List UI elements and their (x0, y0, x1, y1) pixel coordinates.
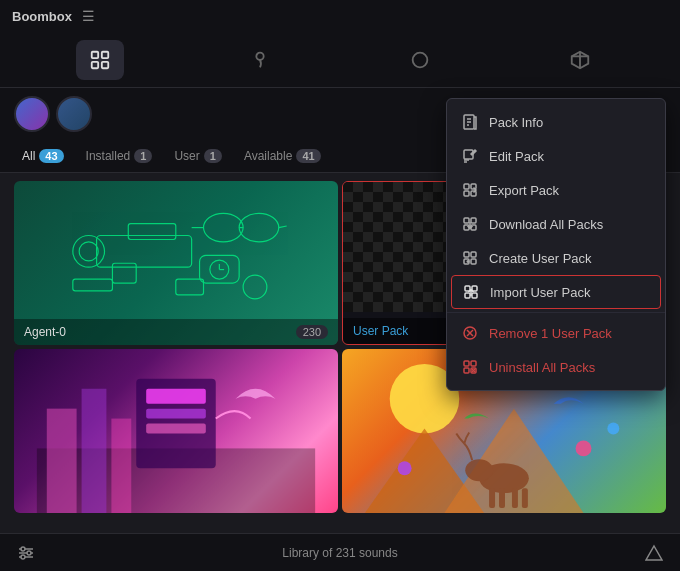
tab-available-badge: 41 (296, 149, 320, 163)
svg-rect-38 (522, 488, 528, 508)
menu-item-import-user-pack[interactable]: Import User Pack (451, 275, 661, 309)
tab-user[interactable]: User 1 (166, 146, 229, 166)
download-icon (461, 215, 479, 233)
svg-rect-37 (512, 488, 518, 508)
menu-divider (447, 312, 665, 313)
menu-item-pack-info-label: Pack Info (489, 115, 543, 130)
tab-user-label: User (174, 149, 199, 163)
alert-icon[interactable] (642, 541, 666, 565)
menu-icon[interactable]: ☰ (82, 8, 95, 24)
svg-rect-20 (176, 279, 204, 295)
menu-item-edit-pack-label: Edit Pack (489, 149, 544, 164)
menu-item-remove-user-pack[interactable]: Remove 1 User Pack (447, 316, 665, 350)
svg-point-5 (413, 52, 428, 67)
svg-point-9 (73, 235, 105, 267)
svg-point-73 (21, 547, 25, 551)
svg-rect-26 (111, 419, 131, 513)
tab-all-badge: 43 (39, 149, 63, 163)
nav-box[interactable] (556, 40, 604, 80)
menu-item-uninstall-all[interactable]: Uninstall All Packs (447, 350, 665, 384)
avatar-group (14, 96, 92, 132)
card-user-name: User Pack (353, 324, 408, 338)
svg-point-4 (256, 52, 263, 59)
book-icon (461, 113, 479, 131)
svg-rect-2 (92, 61, 98, 67)
menu-item-remove-user-pack-label: Remove 1 User Pack (489, 326, 612, 341)
nav-circle[interactable] (396, 40, 444, 80)
svg-point-10 (79, 241, 98, 260)
svg-rect-60 (472, 293, 477, 298)
bottom-bar: Library of 231 sounds (0, 533, 680, 571)
svg-rect-45 (464, 184, 469, 189)
svg-rect-53 (464, 252, 469, 257)
tab-all[interactable]: All 43 (14, 146, 72, 166)
tab-available-label: Available (244, 149, 292, 163)
svg-rect-6 (97, 235, 192, 267)
nav-browse[interactable] (236, 40, 284, 80)
menu-item-pack-info[interactable]: Pack Info (447, 105, 665, 139)
card-agent-name: Agent-0 (24, 325, 66, 339)
tab-installed[interactable]: Installed 1 (78, 146, 161, 166)
card-neon-visual (14, 349, 338, 513)
svg-point-75 (21, 555, 25, 559)
tab-all-label: All (22, 149, 35, 163)
tab-available[interactable]: Available 41 (236, 146, 329, 166)
svg-rect-49 (464, 218, 469, 223)
avatar-1[interactable] (14, 96, 50, 132)
nav-grid[interactable] (76, 40, 124, 80)
menu-item-edit-pack[interactable]: Edit Pack (447, 139, 665, 173)
svg-line-15 (279, 226, 287, 228)
tab-installed-label: Installed (86, 149, 131, 163)
svg-rect-35 (489, 488, 495, 508)
grid-item-agent[interactable]: Agent-0 230 (14, 181, 338, 345)
settings-icon[interactable] (14, 541, 38, 565)
svg-rect-28 (146, 389, 206, 404)
svg-rect-22 (73, 279, 113, 291)
svg-rect-54 (471, 252, 476, 257)
nav-row (0, 32, 680, 88)
svg-point-41 (607, 423, 619, 435)
svg-point-39 (465, 459, 493, 481)
export-icon (461, 181, 479, 199)
svg-rect-1 (102, 51, 108, 57)
svg-rect-59 (465, 293, 470, 298)
svg-rect-50 (471, 218, 476, 223)
menu-item-download-all[interactable]: Download All Packs (447, 207, 665, 241)
edit-icon (461, 147, 479, 165)
tab-installed-badge: 1 (134, 149, 152, 163)
svg-rect-25 (82, 389, 107, 513)
avatar-2[interactable] (56, 96, 92, 132)
svg-point-74 (27, 551, 31, 555)
menu-item-export-pack[interactable]: Export Pack (447, 173, 665, 207)
svg-rect-30 (146, 424, 206, 434)
svg-rect-3 (102, 61, 108, 67)
svg-rect-36 (499, 488, 505, 508)
svg-rect-66 (464, 368, 469, 373)
svg-rect-24 (47, 409, 77, 513)
svg-point-21 (243, 275, 267, 299)
import-icon (462, 283, 480, 301)
remove-icon (461, 324, 479, 342)
menu-item-create-user-pack[interactable]: Create User Pack (447, 241, 665, 275)
menu-item-import-user-pack-label: Import User Pack (490, 285, 590, 300)
dropdown-menu: Pack Info Edit Pack Export Pack (446, 98, 666, 391)
menu-item-uninstall-all-label: Uninstall All Packs (489, 360, 595, 375)
svg-rect-64 (464, 361, 469, 366)
svg-point-12 (239, 213, 279, 242)
svg-rect-0 (92, 51, 98, 57)
create-icon (461, 249, 479, 267)
svg-rect-65 (471, 361, 476, 366)
grid-item-neon[interactable] (14, 349, 338, 513)
card-agent-count: 230 (296, 325, 328, 339)
menu-item-create-user-pack-label: Create User Pack (489, 251, 592, 266)
svg-point-11 (204, 213, 244, 242)
svg-point-40 (576, 440, 592, 456)
svg-rect-29 (146, 409, 206, 419)
svg-rect-8 (113, 263, 137, 283)
card-agent-visual (14, 181, 338, 313)
tab-user-badge: 1 (204, 149, 222, 163)
card-agent-label: Agent-0 230 (14, 319, 338, 345)
library-text: Library of 231 sounds (38, 546, 642, 560)
svg-rect-56 (471, 259, 476, 264)
menu-item-download-all-label: Download All Packs (489, 217, 603, 232)
